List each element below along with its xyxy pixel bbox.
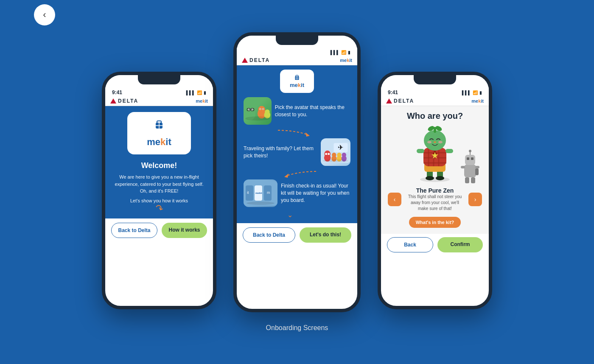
gray-character — [461, 150, 480, 184]
step-2-row: ✈ — [244, 138, 350, 166]
arrow-icon: ↷ — [154, 202, 165, 215]
svg-text:✈: ✈ — [338, 143, 343, 151]
time-3: 9:41 — [388, 90, 398, 95]
svg-rect-83 — [465, 177, 469, 183]
mekit-wordmark-2: mekit — [290, 82, 304, 88]
family-scene: ✈ — [321, 138, 350, 166]
zen-character — [412, 124, 458, 184]
svg-point-24 — [265, 109, 270, 114]
step-2-text: Traveling with family? Let them pick the… — [244, 145, 317, 160]
wifi-icon: 📶 — [197, 90, 202, 95]
notch-1 — [138, 75, 180, 84]
svg-point-50 — [247, 202, 275, 205]
svg-rect-87 — [475, 168, 479, 175]
svg-text:⌄: ⌄ — [287, 211, 293, 218]
delta-triangle-icon — [110, 98, 116, 104]
delta-triangle-icon-3 — [386, 98, 392, 104]
status-bar-1: 9:41 ▌▌▌ 📶 ▮ — [105, 87, 213, 96]
char-name: The Pure Zen — [406, 187, 464, 194]
phone-1-frame: 9:41 ▌▌▌ 📶 ▮ DELTA mekit — [102, 72, 216, 309]
avatar-scene — [244, 97, 272, 125]
svg-text:it: it — [247, 190, 249, 195]
svg-point-74 — [427, 141, 431, 143]
delta-bar-1: DELTA mekit — [105, 96, 213, 106]
step-3-row: mekit it m Finish check-in as usual! You… — [244, 179, 350, 207]
svg-text:m: m — [267, 190, 270, 195]
back-arrow-button[interactable]: ‹ — [34, 4, 55, 25]
svg-rect-69 — [446, 149, 453, 153]
show-section: Let's show you how it works ↷ — [130, 198, 188, 214]
delta-logo-2: DELTA — [242, 57, 270, 63]
char-desc: This flight shall not steer you away fro… — [406, 194, 464, 212]
delta-bar-2: DELTA mekit — [237, 56, 357, 65]
how-it-works-btn[interactable]: How it works — [162, 223, 207, 238]
mekit-card-small: mekit — [280, 70, 314, 93]
svg-point-76 — [434, 141, 436, 143]
confirm-btn[interactable]: Confirm — [437, 237, 483, 252]
back-btn-3[interactable]: Back — [387, 237, 433, 252]
suitcase-icon — [151, 119, 167, 135]
whats-in-kit-btn[interactable]: What's in the kit? — [409, 217, 461, 228]
checkin-scene: mekit it m — [244, 179, 277, 207]
character-info: The Pure Zen This flight shall not steer… — [406, 187, 464, 212]
delta-text-2: DELTA — [249, 57, 270, 63]
show-text: Let's show you how it works ↷ — [130, 198, 188, 214]
delta-logo-1: DELTA — [110, 98, 138, 104]
phone2-content: mekit — [237, 65, 357, 223]
delta-logo-3: DELTA — [386, 98, 414, 104]
delta-triangle-icon-2 — [242, 58, 248, 63]
svg-point-12 — [249, 109, 249, 109]
svg-point-36 — [332, 152, 336, 157]
welcome-body: We are here to give you a new in-flight … — [114, 174, 205, 195]
phone3-content: Who are you? — [381, 106, 489, 234]
svg-rect-84 — [471, 177, 475, 183]
bottom-btn-row-3: Back Confirm — [381, 234, 489, 258]
status-icons-3: ▌▌▌ 📶 ▮ — [462, 90, 482, 95]
chevron-left-icon: ‹ — [43, 9, 46, 20]
svg-rect-33 — [325, 153, 327, 154]
wifi-icon-3: 📶 — [473, 90, 478, 95]
svg-rect-79 — [467, 157, 469, 160]
svg-rect-86 — [475, 166, 479, 168]
svg-point-22 — [263, 109, 263, 109]
svg-rect-85 — [461, 166, 465, 168]
bottom-btn-row-2: Back to Delta Let's do this! — [237, 223, 357, 249]
mekit-wordmark-1: mekit — [147, 137, 171, 148]
svg-rect-68 — [417, 149, 424, 153]
svg-point-21 — [260, 109, 261, 109]
signal-icon-2: ▌▌▌ — [331, 50, 339, 55]
svg-point-25 — [245, 116, 270, 120]
battery-icon: ▮ — [204, 90, 206, 95]
svg-rect-77 — [464, 165, 476, 177]
delta-text-1: DELTA — [118, 98, 138, 104]
back-to-delta-btn-1[interactable]: Back to Delta — [111, 223, 157, 238]
battery-icon-3: ▮ — [479, 90, 482, 95]
mekit-logo-3: mekit — [471, 98, 484, 104]
prev-character-btn[interactable]: ‹ — [388, 193, 401, 206]
back-to-delta-btn-2[interactable]: Back to Delta — [243, 227, 295, 243]
mekit-logo-1: mekit — [196, 98, 208, 104]
svg-rect-80 — [471, 157, 474, 160]
svg-text:mekit: mekit — [255, 192, 262, 194]
notch-3 — [414, 75, 456, 84]
bottom-btn-row-1: Back to Delta How it works — [105, 218, 213, 244]
phone-3-frame: 9:41 ▌▌▌ 📶 ▮ DELTA mekit Who are you? — [378, 72, 492, 309]
svg-point-70 — [424, 130, 446, 151]
lets-do-this-btn[interactable]: Let's do this! — [300, 227, 351, 243]
svg-point-56 — [436, 176, 444, 180]
status-icons-1: ▌▌▌ 📶 ▮ — [186, 90, 206, 95]
svg-rect-78 — [465, 155, 475, 165]
signal-icon: ▌▌▌ — [186, 90, 195, 95]
mekit-welcome-card: mekit — [127, 112, 191, 154]
svg-point-55 — [426, 176, 434, 180]
svg-point-40 — [342, 152, 346, 157]
svg-point-41 — [323, 159, 349, 162]
wifi-icon-2: 📶 — [341, 50, 346, 55]
character-nav: ‹ The Pure Zen This flight shall not ste… — [388, 187, 482, 212]
delta-bar-3: DELTA mekit — [381, 96, 489, 106]
svg-marker-26 — [305, 132, 310, 137]
next-character-btn[interactable]: › — [468, 193, 482, 206]
status-bar-3: 9:41 ▌▌▌ 📶 ▮ — [381, 87, 489, 96]
step-3-text: Finish check-in as usual! Your kit will … — [281, 182, 350, 204]
svg-marker-42 — [284, 174, 289, 178]
